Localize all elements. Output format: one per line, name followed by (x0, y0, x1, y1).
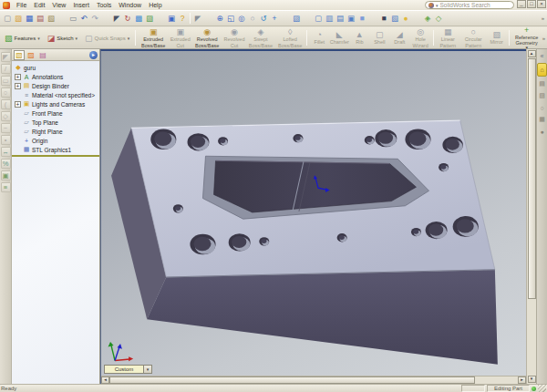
configurationmanager-tab[interactable]: ▤ (37, 50, 48, 60)
view-palette-icon[interactable]: ▦ (538, 115, 547, 124)
search-box[interactable]: ▾ SolidWorks Search (425, 1, 514, 9)
convert-entities-icon[interactable]: ▣ (1, 170, 11, 181)
tree-item-stl-graphics[interactable]: ▦ STL Graphics1 (15, 145, 99, 154)
extruded-boss-base-button[interactable]: ▣ Extruded Boss/Base (138, 27, 169, 48)
expand-icon[interactable] (15, 129, 21, 135)
chevron-down-icon[interactable]: ▾ (436, 3, 439, 8)
vertical-scrollbar[interactable]: ▲ ▼ (526, 49, 536, 384)
tree-item-top-plane[interactable]: ▱ Top Plane (15, 118, 99, 127)
rollback-bar[interactable] (12, 155, 99, 157)
edit-color-icon[interactable]: ▩ (133, 13, 144, 25)
section-view-icon[interactable]: ▧ (389, 13, 400, 25)
scroll-left-icon[interactable]: ◄ (101, 377, 109, 384)
make-assembly-icon[interactable]: ▧ (46, 13, 57, 25)
line-tool-icon[interactable]: / (1, 64, 11, 74)
draft-button[interactable]: ◢ Draft (389, 27, 409, 48)
rib-button[interactable]: ▲ Rib (349, 27, 369, 48)
redo-icon[interactable]: ↷ (89, 13, 100, 25)
rebuild-icon[interactable]: ↻ (122, 13, 133, 25)
new-icon[interactable]: ▢ (2, 13, 13, 25)
select-tool-icon[interactable]: ◤ (1, 52, 11, 62)
tree-root-item[interactable]: ◆ guru (15, 63, 99, 72)
texture-icon[interactable]: ▨ (144, 13, 155, 25)
resize-grip[interactable] (538, 385, 546, 392)
menu-item[interactable]: Tools (93, 0, 115, 10)
linear-pattern-button[interactable]: ▦ Linear Pattern (436, 27, 460, 48)
tab-sketch[interactable]: ◪ Sketch ▾ (44, 27, 81, 48)
expand-icon[interactable] (15, 110, 21, 117)
scroll-right-icon[interactable]: ► (518, 377, 526, 384)
expand-icon[interactable] (15, 147, 21, 153)
hidden-lines-visible-icon[interactable]: ▥ (324, 13, 335, 25)
toolbar-overflow-icon[interactable]: » (542, 15, 545, 21)
menu-item[interactable]: Window (115, 0, 145, 10)
chevron-down-icon[interactable]: ▾ (128, 36, 130, 41)
horizontal-scrollbar[interactable]: ◄ ► (101, 376, 526, 384)
solidworks-resources-icon[interactable]: ⌂ (537, 63, 547, 77)
extruded-cut-button[interactable]: ▣ Extruded Cut (169, 27, 191, 48)
menu-item[interactable]: Help (145, 0, 165, 10)
expand-icon[interactable] (15, 119, 21, 126)
menu-item[interactable]: Edit (30, 0, 48, 10)
shell-button[interactable]: ▢ Shell (369, 27, 389, 48)
hidden-lines-removed-icon[interactable]: ▤ (335, 13, 346, 25)
save-icon[interactable]: ▦ (24, 13, 35, 25)
mirror-button[interactable]: ▧ Mirror (487, 27, 507, 48)
minimize-button[interactable]: _ (517, 0, 526, 8)
help-icon[interactable]: ? (177, 13, 188, 25)
scroll-down-icon[interactable]: ▼ (528, 376, 536, 383)
appearances-icon[interactable]: ● (538, 127, 547, 136)
restore-button[interactable]: □ (527, 0, 536, 8)
spline-tool-icon[interactable]: ~ (1, 123, 11, 133)
expand-icon[interactable]: + (15, 83, 21, 89)
vertical-scroll-thumb[interactable] (528, 58, 536, 299)
revolved-cut-button[interactable]: ◉ Revolved Cut (222, 27, 246, 48)
propertymanager-tab[interactable]: ▨ (26, 50, 36, 60)
tree-item-lights-cameras[interactable]: + ▣ Lights and Cameras (15, 99, 99, 108)
open-icon[interactable]: ▨ (13, 13, 24, 25)
circle-tool-icon[interactable]: ○ (1, 88, 11, 98)
design-library-icon[interactable]: ▤ (538, 79, 547, 88)
zoom-area-icon[interactable]: ◱ (225, 13, 236, 25)
tree-item-design-binder[interactable]: + ▤ Design Binder (15, 81, 99, 90)
zoom-selection-icon[interactable]: ○ (247, 13, 258, 25)
dimension-tool-icon[interactable]: ↔ (1, 147, 11, 157)
select-icon[interactable]: ◤ (111, 13, 122, 25)
shadows-icon[interactable]: ■ (378, 13, 389, 25)
view-selector-dropdown-icon[interactable]: ▾ (144, 365, 152, 374)
wireframe-icon[interactable]: ▢ (313, 13, 324, 25)
file-explorer-icon[interactable]: ▨ (538, 91, 547, 100)
view-selector[interactable]: Custom ▾ (104, 365, 152, 374)
rotate-view-icon[interactable]: ↺ (258, 13, 269, 25)
horizontal-scroll-thumb[interactable] (109, 377, 475, 384)
menu-item[interactable]: View (48, 0, 69, 10)
hole-wizard-button[interactable]: ◎ Hole Wizard (409, 27, 431, 48)
reference-geometry-button[interactable]: + Reference Geometry ▾ (511, 27, 542, 48)
swept-boss-base-button[interactable]: ◈ Swept Boss/Base (246, 27, 275, 48)
lighting-icon[interactable]: ◇ (433, 13, 444, 25)
tree-item-right-plane[interactable]: ▱ Right Plane (15, 127, 99, 136)
circular-pattern-button[interactable]: ○ Circular Pattern (460, 27, 487, 48)
command-overflow-icon[interactable]: » (542, 36, 546, 41)
expand-icon[interactable] (15, 138, 21, 144)
pan-icon[interactable]: + (269, 13, 280, 25)
zoom-in-out-icon[interactable]: ◎ (236, 13, 247, 25)
apply-scene-icon[interactable]: ◈ (422, 13, 433, 25)
chamfer-button[interactable]: ◣ Chamfer (329, 27, 349, 48)
lofted-boss-base-button[interactable]: ◊ Lofted Boss/Base (275, 27, 304, 48)
expand-icon[interactable]: + (15, 74, 21, 80)
panel-collapse-button[interactable]: ▸ (89, 51, 98, 59)
menu-item[interactable]: Insert (69, 0, 93, 10)
expand-icon[interactable] (15, 92, 21, 98)
zoom-fit-icon[interactable]: ⊕ (214, 13, 225, 25)
offset-entities-icon[interactable]: ≡ (1, 182, 11, 192)
trim-tool-icon[interactable]: % (1, 159, 11, 169)
polygon-tool-icon[interactable]: ◇ (1, 111, 11, 121)
shaded-icon[interactable]: ■ (356, 13, 367, 25)
tree-item-front-plane[interactable]: ▱ Front Plane (15, 108, 99, 118)
collapse-taskpane-icon[interactable]: « (538, 51, 547, 60)
featuremanager-tab[interactable]: ▧ (14, 50, 25, 60)
undo-icon[interactable]: ↶ (78, 13, 89, 25)
graphics-area[interactable]: Custom ▾ ◄ ► (100, 49, 526, 384)
arc-tool-icon[interactable]: ( (1, 99, 11, 109)
